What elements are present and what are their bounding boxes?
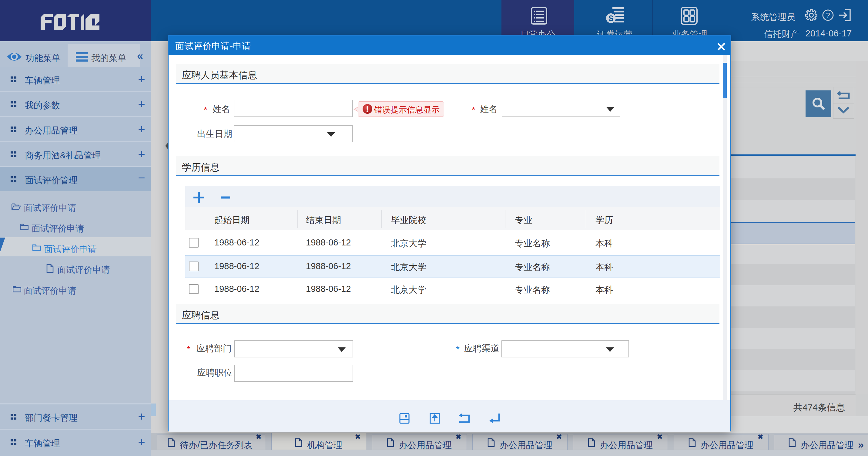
svg-text:?: ?	[826, 11, 830, 20]
svg-text:$: $	[609, 13, 613, 23]
